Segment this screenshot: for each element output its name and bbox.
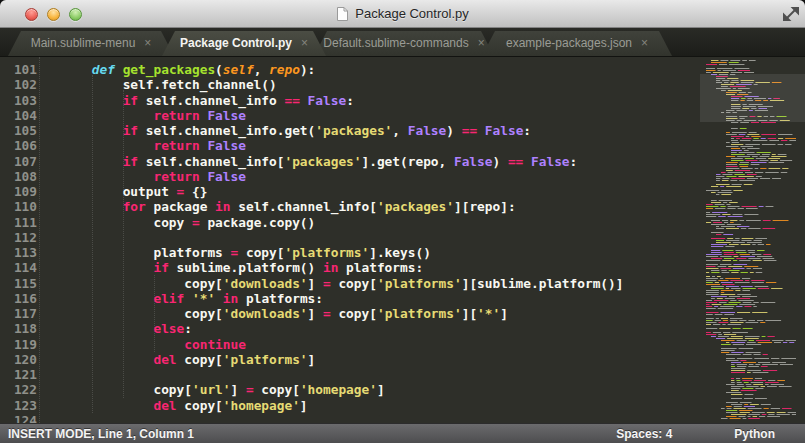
resize-window-icon[interactable] [782,5,800,23]
code-line[interactable]: return False [61,169,623,184]
line-number: 115 [0,276,37,291]
code-line[interactable]: return False [61,138,623,153]
line-number: 110 [0,199,37,214]
line-number: 112 [0,230,37,245]
tab-package-control-py[interactable]: Package Control.py × [162,31,326,56]
line-number-gutter: 1011021031041051061071081091101111121131… [0,62,37,423]
window-controls [25,0,82,28]
code-line[interactable]: def get_packages(self, repo): [61,62,623,77]
code-line[interactable]: copy['url'] = copy['homepage'] [61,382,623,397]
status-indentation[interactable]: Spaces: 4 [616,427,672,441]
line-number: 103 [0,93,37,108]
tab-label: example-packages.json [506,36,632,50]
line-number: 104 [0,108,37,123]
code-line[interactable]: output = {} [61,184,623,199]
zoom-window-button[interactable] [69,8,82,21]
status-bar: INSERT MODE, Line 1, Column 1 Spaces: 4 … [0,423,805,443]
line-number: 120 [0,352,37,367]
tab-label: Main.sublime-menu [31,36,136,50]
line-number: 102 [0,77,37,92]
code-line[interactable]: if self.channel_info == False: [61,93,623,108]
code-line[interactable]: copy['downloads'] = copy['platforms']['*… [61,306,623,321]
code-line[interactable]: continue [61,337,623,352]
code-line[interactable]: self.fetch_channel() [61,77,623,92]
line-number: 108 [0,169,37,184]
code-line[interactable]: else: [61,321,623,336]
tab-close-icon[interactable]: × [144,37,151,49]
sublime-text-window: Package Control.py Main.sublime-menu × P… [0,0,805,443]
code-line[interactable] [61,367,623,382]
line-number: 106 [0,138,37,153]
code-line[interactable]: if sublime.platform() in platforms: [61,260,623,275]
minimap-viewport[interactable] [700,74,805,122]
code-line[interactable]: if self.channel_info.get('packages', Fal… [61,123,623,138]
code-line[interactable]: return False [61,108,623,123]
minimap[interactable] [700,57,805,423]
line-number: 111 [0,215,37,230]
line-number: 101 [0,62,37,77]
window-title: Package Control.py [355,6,468,21]
status-syntax[interactable]: Python [734,427,775,441]
tab-label: Package Control.py [180,36,292,50]
line-number: 124 [0,413,37,423]
code-editor[interactable]: 1011021031041051061071081091101111121131… [0,57,805,423]
line-number: 113 [0,245,37,260]
line-number: 107 [0,154,37,169]
code-line[interactable]: copy['downloads'] = copy['platforms'][su… [61,276,623,291]
line-number: 114 [0,260,37,275]
code-line[interactable]: del copy['platforms'] [61,352,623,367]
document-icon [336,6,349,22]
code-line[interactable]: for package in self.channel_info['packag… [61,199,623,214]
tab-main-sublime-menu[interactable]: Main.sublime-menu × [8,31,174,56]
code-line[interactable] [61,230,623,245]
tab-example-packages-json[interactable]: example-packages.json × [482,31,672,56]
tab-close-icon[interactable]: × [478,37,485,49]
line-number: 117 [0,306,37,321]
code-line[interactable]: del copy['homepage'] [61,398,623,413]
minimize-window-button[interactable] [47,8,60,21]
code-line[interactable]: copy = package.copy() [61,215,623,230]
window-title-group: Package Control.py [336,6,468,22]
line-number: 118 [0,321,37,336]
tab-default-sublime-commands[interactable]: Default.sublime-commands × [314,31,494,56]
line-number: 123 [0,398,37,413]
code-line[interactable]: platforms = copy['platforms'].keys() [61,245,623,260]
tab-close-icon[interactable]: × [301,37,308,49]
window-titlebar[interactable]: Package Control.py [0,0,805,28]
line-number: 109 [0,184,37,199]
tab-close-icon[interactable]: × [641,37,648,49]
tab-bar: Main.sublime-menu × Package Control.py ×… [0,28,805,57]
line-number: 121 [0,367,37,382]
line-number: 105 [0,123,37,138]
code-line[interactable]: elif '*' in platforms: [61,291,623,306]
status-mode-text: INSERT MODE, Line 1, Column 1 [0,427,616,441]
close-window-button[interactable] [25,8,38,21]
code-line[interactable]: if self.channel_info['packages'].get(rep… [61,154,623,169]
tab-label: Default.sublime-commands [323,36,468,50]
line-number: 116 [0,291,37,306]
line-number: 119 [0,337,37,352]
code-area[interactable]: def get_packages(self, repo): self.fetch… [61,62,623,423]
code-line[interactable] [61,413,623,423]
line-number: 122 [0,382,37,397]
